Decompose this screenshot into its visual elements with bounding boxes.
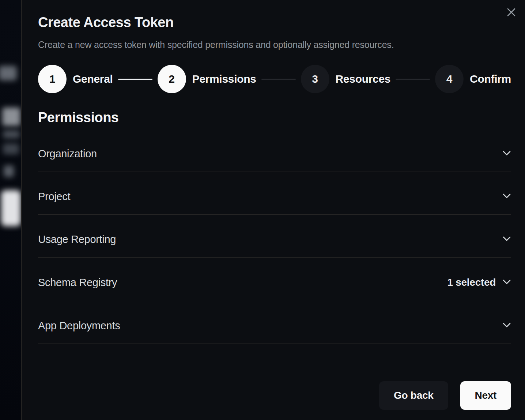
step-number-badge: 4 bbox=[435, 65, 464, 93]
step-number-badge: 1 bbox=[38, 65, 67, 93]
dialog-title: Create Access Token bbox=[38, 15, 511, 30]
step-permissions[interactable]: 2 Permissions bbox=[158, 65, 256, 93]
close-icon bbox=[506, 7, 516, 18]
background-page bbox=[0, 0, 21, 420]
dialog-footer: Go back Next bbox=[38, 381, 511, 410]
accordion-row-schema-registry[interactable]: Schema Registry 1 selected bbox=[38, 258, 511, 301]
accordion-row-label: Organization bbox=[38, 148, 97, 159]
blurred-background-element bbox=[2, 108, 20, 126]
step-confirm[interactable]: 4 Confirm bbox=[435, 65, 511, 93]
close-button[interactable] bbox=[505, 7, 517, 19]
blurred-background-element bbox=[3, 130, 20, 138]
accordion-row-label: App Deployments bbox=[38, 320, 120, 331]
blurred-background-element bbox=[4, 165, 14, 177]
permissions-heading: Permissions bbox=[38, 110, 511, 125]
blurred-background-element bbox=[1, 190, 21, 226]
blurred-background-element bbox=[0, 66, 17, 80]
accordion-row-label: Schema Registry bbox=[38, 277, 117, 288]
step-general[interactable]: 1 General bbox=[38, 65, 113, 93]
dialog-subtitle: Create a new access token with specified… bbox=[38, 39, 511, 50]
chevron-down-icon bbox=[502, 322, 511, 329]
chevron-down-icon bbox=[502, 150, 511, 157]
accordion-row-organization[interactable]: Organization bbox=[38, 129, 511, 172]
wizard-stepper: 1 General 2 Permissions 3 Resources 4 Co… bbox=[38, 65, 511, 93]
chevron-down-icon bbox=[502, 193, 511, 200]
step-number-badge: 2 bbox=[158, 65, 186, 93]
selected-count-badge: 1 selected bbox=[447, 277, 496, 288]
step-label: General bbox=[73, 73, 113, 85]
go-back-button[interactable]: Go back bbox=[379, 381, 448, 410]
blurred-background-element bbox=[3, 143, 19, 154]
chevron-down-icon bbox=[502, 236, 511, 243]
step-resources[interactable]: 3 Resources bbox=[301, 65, 391, 93]
accordion-row-project[interactable]: Project bbox=[38, 172, 511, 215]
chevron-down-icon bbox=[502, 279, 511, 286]
step-label: Permissions bbox=[192, 73, 256, 85]
stepper-connector bbox=[261, 79, 296, 80]
step-number-badge: 3 bbox=[301, 65, 329, 93]
stepper-connector bbox=[396, 79, 430, 80]
accordion-row-usage-reporting[interactable]: Usage Reporting bbox=[38, 215, 511, 258]
step-label: Resources bbox=[336, 73, 391, 85]
permissions-accordion: Organization Project Usage Reporting bbox=[38, 129, 511, 344]
accordion-row-label: Project bbox=[38, 191, 70, 202]
create-access-token-dialog: Create Access Token Create a new access … bbox=[21, 0, 525, 420]
next-button[interactable]: Next bbox=[460, 381, 511, 410]
accordion-row-app-deployments[interactable]: App Deployments bbox=[38, 301, 511, 344]
step-label: Confirm bbox=[470, 73, 511, 85]
stepper-connector bbox=[118, 79, 152, 80]
accordion-row-label: Usage Reporting bbox=[38, 234, 116, 245]
